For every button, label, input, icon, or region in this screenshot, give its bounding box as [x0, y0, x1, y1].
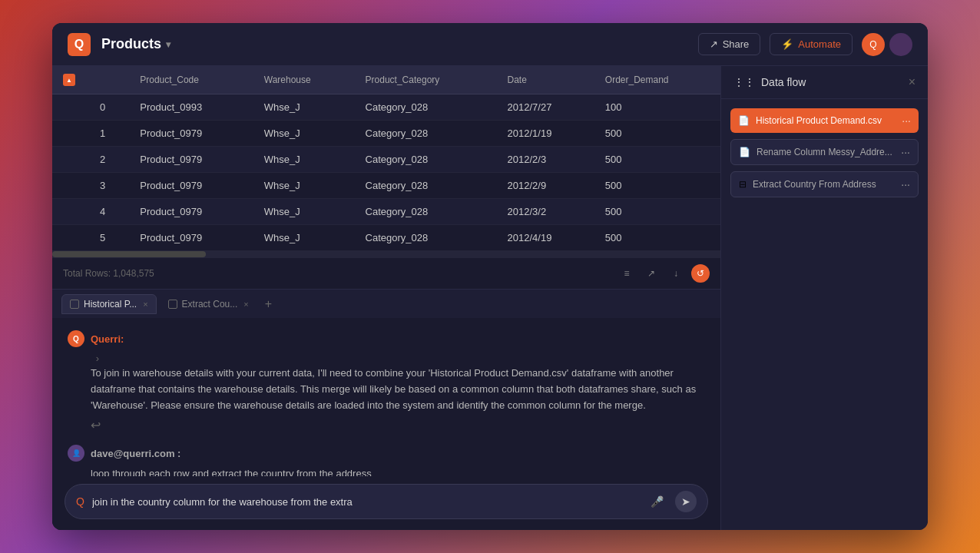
- avatar-user1: Q: [862, 33, 885, 56]
- table-row[interactable]: 0 Product_0993 Whse_J Category_028 2012/…: [52, 94, 720, 121]
- chat-input[interactable]: [92, 496, 638, 508]
- flow-item-icon: 📄: [739, 147, 750, 157]
- cell-order-demand: 500: [594, 199, 720, 225]
- cell-checkbox[interactable]: [52, 121, 89, 147]
- cell-product-code: Product_0979: [129, 147, 253, 173]
- flow-item-label: Historical Product Demand.csv: [756, 115, 882, 126]
- total-rows: Total Rows: 1,048,575: [63, 268, 154, 279]
- cell-product-category: Category_028: [355, 225, 497, 251]
- tab-close-button[interactable]: ×: [143, 300, 147, 309]
- data-panel: Product_Code Warehouse Product_Category …: [52, 66, 720, 530]
- table-wrapper: Product_Code Warehouse Product_Category …: [52, 66, 720, 289]
- cell-checkbox[interactable]: [52, 94, 89, 121]
- export-icon[interactable]: ↗: [642, 264, 661, 283]
- cell-warehouse: Whse_J: [253, 173, 355, 199]
- flow-item-item1[interactable]: 📄 Historical Product Demand.csv ···: [730, 108, 919, 133]
- add-tab-button[interactable]: +: [260, 297, 276, 311]
- table-row[interactable]: 1 Product_0979 Whse_J Category_028 2012/…: [52, 121, 720, 147]
- header-title: Products ▾: [101, 36, 171, 52]
- cell-rownum: 0: [89, 94, 129, 121]
- col-warehouse[interactable]: Warehouse: [253, 66, 355, 94]
- cell-rownum: 3: [89, 173, 129, 199]
- title-chevron[interactable]: ▾: [166, 39, 171, 50]
- col-sort[interactable]: [52, 66, 89, 94]
- table-row[interactable]: 3 Product_0979 Whse_J Category_028 2012/…: [52, 173, 720, 199]
- mic-button[interactable]: 🎤: [646, 491, 667, 512]
- dataflow-items: 📄 Historical Product Demand.csv ··· 📄 Re…: [721, 99, 928, 207]
- user-avatar: 👤: [68, 445, 84, 462]
- cell-product-category: Category_028: [355, 147, 497, 173]
- avatar-user2: [889, 33, 912, 56]
- flow-item-item2[interactable]: 📄 Rename Column Messy_Addre... ···: [730, 139, 919, 165]
- chat-input-area: Q 🎤 ➤: [52, 476, 720, 530]
- main-content: Product_Code Warehouse Product_Category …: [52, 66, 928, 530]
- cell-rownum: 5: [89, 225, 129, 251]
- app-container: Q Products ▾ ↗ Share ⚡ Automate Q: [52, 23, 928, 530]
- send-button[interactable]: ➤: [675, 491, 697, 512]
- cell-product-code: Product_0979: [129, 225, 253, 251]
- automate-label: Automate: [798, 38, 841, 50]
- cell-date: 2012/4/19: [497, 225, 594, 251]
- share-icon: ↗: [710, 38, 718, 50]
- filter-icon[interactable]: ≡: [617, 264, 636, 283]
- cell-product-code: Product_0979: [129, 199, 253, 225]
- refresh-icon[interactable]: ↺: [691, 264, 710, 283]
- reply-icon[interactable]: ↩: [91, 418, 705, 432]
- download-icon[interactable]: ↓: [667, 264, 685, 283]
- cell-order-demand: 500: [594, 225, 720, 251]
- tab-file-icon: [168, 300, 177, 309]
- cell-checkbox[interactable]: [52, 199, 89, 225]
- table-row[interactable]: 2 Product_0979 Whse_J Category_028 2012/…: [52, 147, 720, 173]
- cell-checkbox[interactable]: [52, 147, 89, 173]
- flow-item-menu-icon[interactable]: ···: [902, 114, 911, 127]
- cell-warehouse: Whse_J: [253, 94, 355, 121]
- cell-order-demand: 500: [594, 147, 720, 173]
- cell-rownum: 4: [89, 199, 129, 225]
- dataflow-close-button[interactable]: ×: [909, 75, 915, 89]
- chat-area[interactable]: Q Querri: › To join in warehouse details…: [52, 318, 720, 476]
- expand-icon[interactable]: ›: [91, 352, 104, 366]
- cell-checkbox[interactable]: [52, 225, 89, 251]
- tab-close-button[interactable]: ×: [243, 300, 248, 309]
- cell-checkbox[interactable]: [52, 173, 89, 199]
- share-label: Share: [723, 38, 750, 50]
- cell-order-demand: 500: [594, 121, 720, 147]
- tab-tab1[interactable]: Historical P... ×: [61, 294, 157, 314]
- chat-text: loop through each row and extract the co…: [68, 466, 705, 476]
- cell-date: 2012/2/9: [497, 173, 594, 199]
- col-product-category[interactable]: Product_Category: [355, 66, 497, 94]
- table-row[interactable]: 4 Product_0979 Whse_J Category_028 2012/…: [52, 199, 720, 225]
- cell-warehouse: Whse_J: [253, 121, 355, 147]
- sender-name: Querri:: [91, 333, 124, 345]
- cell-date: 2012/1/19: [497, 121, 594, 147]
- chat-input-logo-icon: Q: [76, 495, 84, 508]
- flow-item-menu-icon[interactable]: ···: [901, 146, 910, 158]
- tab-label: Extract Cou...: [182, 299, 238, 310]
- col-order-demand[interactable]: Order_Demand: [594, 66, 720, 94]
- ai-avatar: Q: [68, 330, 84, 347]
- table-row[interactable]: 5 Product_0979 Whse_J Category_028 2012/…: [52, 225, 720, 251]
- flow-item-item3[interactable]: ⊟ Extract Country From Address ···: [730, 171, 919, 197]
- scroll-bar-area[interactable]: [52, 251, 720, 257]
- flow-item-icon: ⊟: [739, 179, 747, 190]
- flow-item-menu-icon[interactable]: ···: [901, 178, 910, 190]
- automate-button[interactable]: ⚡ Automate: [770, 33, 853, 55]
- sender-name: dave@querri.com :: [91, 448, 180, 459]
- col-product-code[interactable]: Product_Code: [129, 66, 253, 94]
- cell-rownum: 1: [89, 121, 129, 147]
- share-button[interactable]: ↗ Share: [698, 33, 761, 55]
- chat-sender: Q Querri:: [68, 330, 705, 347]
- table-footer-icons: ≡ ↗ ↓ ↺: [617, 264, 710, 283]
- scroll-bar-thumb[interactable]: [52, 251, 206, 257]
- tab-tab2[interactable]: Extract Cou... ×: [160, 294, 257, 314]
- cell-product-category: Category_028: [355, 199, 497, 225]
- chat-input-wrapper: Q 🎤 ➤: [65, 484, 708, 519]
- send-icon: ➤: [681, 495, 690, 508]
- avatar-group: Q: [862, 33, 912, 56]
- flow-item-left: 📄 Rename Column Messy_Addre...: [739, 147, 892, 157]
- flow-item-label: Rename Column Messy_Addre...: [757, 147, 892, 157]
- dataflow-header: ⋮⋮ Data flow ×: [721, 66, 928, 99]
- cell-date: 2012/7/27: [497, 94, 594, 121]
- col-date[interactable]: Date: [497, 66, 594, 94]
- flow-item-left: 📄 Historical Product Demand.csv: [738, 115, 882, 126]
